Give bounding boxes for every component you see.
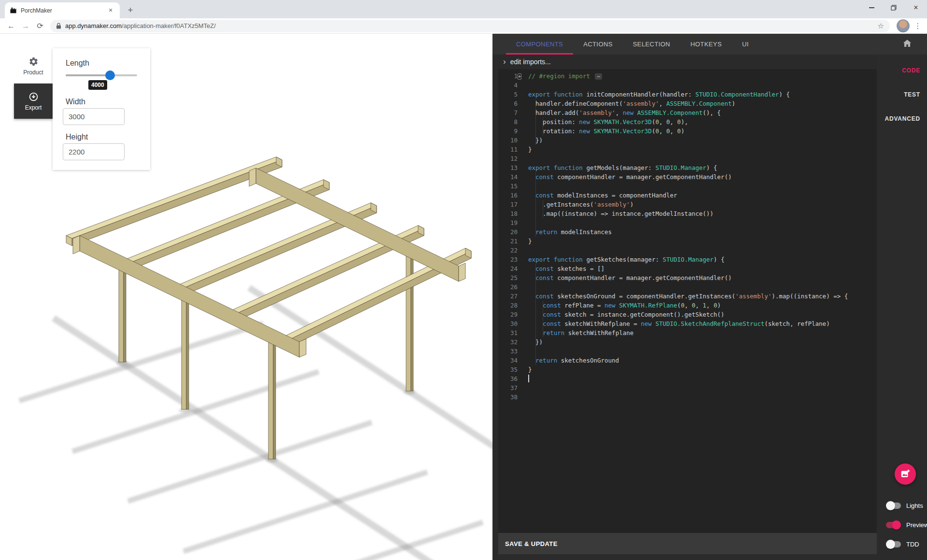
- code-line[interactable]: 8 position: new SKYMATH.Vector3D(0, 0, 0…: [498, 117, 877, 126]
- code-line[interactable]: 36: [498, 374, 877, 383]
- window-close-button[interactable]: ×: [905, 0, 927, 15]
- toggle-row-lights: Lights: [886, 502, 927, 509]
- code-line[interactable]: 11}: [498, 145, 877, 154]
- length-slider[interactable]: [66, 74, 137, 76]
- width-input[interactable]: [63, 108, 125, 125]
- code-line[interactable]: 37: [498, 383, 877, 392]
- refresh-button[interactable]: ⟳: [33, 21, 47, 30]
- window-minimize-button[interactable]: [860, 0, 883, 15]
- toggle-thumb[interactable]: [892, 520, 901, 530]
- editor-tab-ui[interactable]: UI: [732, 34, 759, 55]
- tdd-toggle[interactable]: [886, 541, 901, 547]
- toggle-thumb[interactable]: [886, 540, 895, 549]
- bookmark-star-icon[interactable]: ☆: [878, 22, 884, 30]
- code-line[interactable]: 22: [498, 246, 877, 255]
- new-tab-button[interactable]: +: [124, 4, 137, 17]
- indent-guide: [535, 200, 536, 209]
- save-update-button[interactable]: SAVE & UPDATE: [498, 533, 877, 554]
- code-line[interactable]: 28 const refPlane = new SKYMATH.RefPlane…: [498, 301, 877, 310]
- code-line[interactable]: 14 const componentHandler = manager.getC…: [498, 172, 877, 182]
- 3d-viewport[interactable]: Product Export Length 4000 Width: [0, 34, 492, 560]
- code-line[interactable]: 26: [498, 282, 877, 292]
- code-line[interactable]: 1+// #region import ⋯: [498, 71, 877, 81]
- toggle-thumb[interactable]: [886, 501, 895, 510]
- code-line[interactable]: 33: [498, 347, 877, 356]
- code-line[interactable]: 27 const sketchesOnGround = componentHan…: [498, 292, 877, 301]
- fold-gutter[interactable]: +: [518, 71, 528, 81]
- code-line[interactable]: 13export function getModels(manager: STU…: [498, 163, 877, 172]
- line-number: 20: [498, 227, 518, 237]
- fold-gutter: [518, 301, 528, 310]
- code-line[interactable]: 30 const sketchWithRefplane = new STUDIO…: [498, 319, 877, 328]
- url-text[interactable]: app.dynamaker.com/application-maker/f0AT…: [65, 22, 878, 29]
- line-number: 38: [498, 392, 518, 402]
- sidebar-tab-test[interactable]: TEST: [904, 91, 920, 98]
- code-line[interactable]: 5export function initComponentHandler(ha…: [498, 90, 877, 99]
- edit-imports-bar[interactable]: › edit imports...: [498, 55, 877, 69]
- line-number: 27: [498, 292, 518, 301]
- code-line[interactable]: 23export function getSketches(manager: S…: [498, 255, 877, 264]
- code-line[interactable]: 25 const componentHandler = manager.getC…: [498, 273, 877, 282]
- add-snapshot-button[interactable]: [895, 463, 916, 485]
- code-line[interactable]: 17 .getInstances('assembly'): [498, 200, 877, 209]
- code-line[interactable]: 20 return modelInstances: [498, 227, 877, 237]
- sidebar-tab-advanced[interactable]: ADVANCED: [885, 115, 920, 122]
- browser-chrome: PorchMaker × + × ← → ⟳ app.dynamaker.com…: [0, 0, 927, 34]
- fold-gutter: [518, 337, 528, 347]
- indent-guide: [535, 182, 536, 191]
- height-input[interactable]: [63, 143, 125, 160]
- code-line[interactable]: 19: [498, 218, 877, 227]
- back-button[interactable]: ←: [4, 22, 18, 30]
- line-number: 18: [498, 209, 518, 218]
- home-button[interactable]: [902, 38, 913, 51]
- code-line[interactable]: 29 const sketch = instance.getComponent(…: [498, 310, 877, 319]
- code-line[interactable]: 18 .map((instance) => instance.getModelI…: [498, 209, 877, 218]
- forward-button[interactable]: →: [18, 22, 33, 30]
- window-restore-button[interactable]: [883, 0, 905, 15]
- lights-toggle[interactable]: [886, 503, 901, 509]
- code-line[interactable]: 34 return sketchesOnGround: [498, 356, 877, 365]
- indent-guide: [535, 310, 536, 319]
- code-line[interactable]: 15: [498, 182, 877, 191]
- fold-gutter: [518, 392, 528, 402]
- preview-toggle-label: Preview: [906, 521, 927, 529]
- code-line[interactable]: 35}: [498, 365, 877, 374]
- editor-tab-hotkeys[interactable]: HOTKEYS: [680, 34, 732, 55]
- code-line[interactable]: 10 }): [498, 136, 877, 145]
- fold-expand-icon[interactable]: +: [518, 73, 521, 80]
- code-text: handler.add('assembly', new ASSEMBLY.Com…: [528, 108, 877, 117]
- code-line[interactable]: 6 handler.defineComponent('assembly', AS…: [498, 99, 877, 108]
- code-line[interactable]: 38: [498, 392, 877, 402]
- indent-guide: [535, 99, 536, 108]
- code-line[interactable]: 16 const modelInstances = componentHandl…: [498, 191, 877, 200]
- editor-tab-components[interactable]: COMPONENTS: [506, 34, 573, 55]
- profile-avatar[interactable]: [897, 19, 910, 32]
- code-line[interactable]: 31 return sketchWithRefplane: [498, 328, 877, 337]
- editor-tab-selection[interactable]: SELECTION: [623, 34, 680, 55]
- fold-gutter: [518, 191, 528, 200]
- code-line[interactable]: 21}: [498, 237, 877, 246]
- editor-tab-bar: COMPONENTSACTIONSSELECTIONHOTKEYSUI: [492, 34, 927, 55]
- code-line[interactable]: 9 rotation: new SKYMATH.Vector3D(0, 0, 0…: [498, 126, 877, 136]
- line-number: 22: [498, 246, 518, 255]
- code-line[interactable]: 7 handler.add('assembly', new ASSEMBLY.C…: [498, 108, 877, 117]
- fold-gutter: [518, 255, 528, 264]
- sidebar-tab-code[interactable]: CODE: [902, 67, 920, 74]
- code-line[interactable]: 12: [498, 154, 877, 163]
- tab-close-icon[interactable]: ×: [106, 6, 115, 15]
- indent-guide: [543, 319, 543, 328]
- editor-tab-actions[interactable]: ACTIONS: [573, 34, 623, 55]
- preview-toggle[interactable]: [886, 522, 901, 528]
- url-bar[interactable]: app.dynamaker.com/application-maker/f0AT…: [50, 20, 890, 32]
- length-slider-thumb[interactable]: [105, 70, 115, 80]
- browser-tab[interactable]: PorchMaker ×: [5, 2, 120, 18]
- code-line[interactable]: 24 const sketches = []: [498, 264, 877, 273]
- parameters-card: Length 4000 Width Height: [53, 48, 150, 170]
- line-number: 12: [498, 154, 518, 163]
- code-line[interactable]: 32 }): [498, 337, 877, 347]
- code-editor[interactable]: 1+// #region import ⋯45export function i…: [498, 69, 877, 533]
- product-tab[interactable]: Product: [14, 48, 53, 84]
- browser-menu-icon[interactable]: ⋮: [913, 22, 923, 30]
- code-line[interactable]: 4: [498, 81, 877, 90]
- export-tab[interactable]: Export: [14, 84, 53, 119]
